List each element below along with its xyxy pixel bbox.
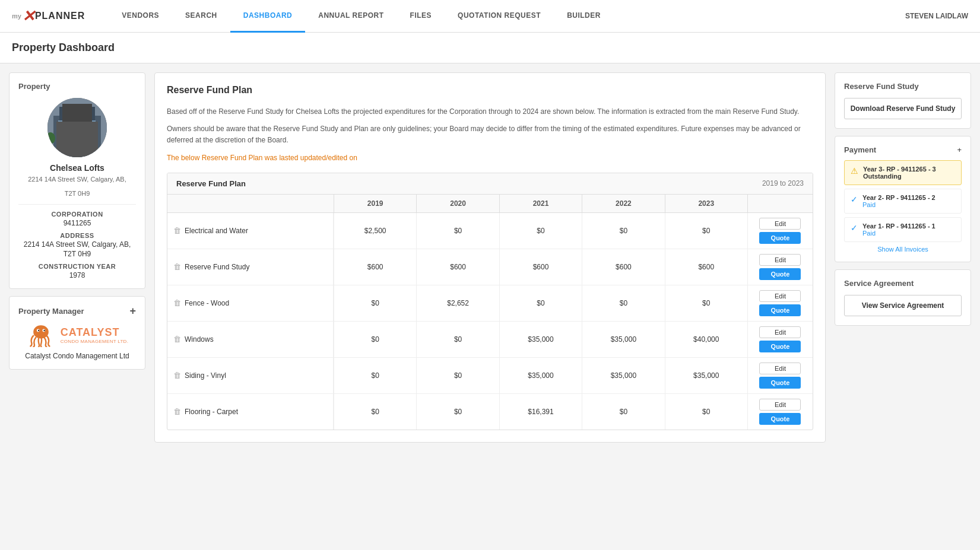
property-address-line1: 2214 14A Street SW, Calgary, AB, <box>18 176 136 183</box>
quote-button-1[interactable]: Quote <box>759 268 801 280</box>
pm-add-button[interactable]: + <box>129 306 136 316</box>
property-manager-card: Property Manager + <box>9 296 145 370</box>
property-address-line2: T2T 0H9 <box>18 190 136 197</box>
edit-button-2[interactable]: Edit <box>759 290 801 302</box>
svg-rect-10 <box>88 131 96 136</box>
svg-rect-11 <box>58 141 65 147</box>
svg-point-18 <box>33 325 49 338</box>
svg-rect-3 <box>58 120 65 126</box>
rfp-year-2020: 2020 <box>416 195 499 212</box>
rfp-val-3-3: $35,000 <box>582 322 664 357</box>
address-value-line1: 2214 14A Street SW, Calgary, AB, <box>18 240 136 249</box>
rfp-year-2023: 2023 <box>665 195 747 212</box>
rfp-val-5-3: $0 <box>582 394 664 430</box>
nav-search[interactable]: SEARCH <box>172 0 230 33</box>
rfp-val-1-3: $600 <box>582 249 664 285</box>
rfp-val-0-2: $0 <box>499 213 582 249</box>
quote-button-5[interactable]: Quote <box>759 413 801 425</box>
rfp-val-2-1: $2,652 <box>416 285 499 321</box>
payment-status-paid-1: Paid <box>862 230 876 237</box>
trash-icon-2[interactable]: 🗑 <box>173 298 181 307</box>
edit-button-5[interactable]: Edit <box>759 399 801 411</box>
rfp-val-3-0: $0 <box>334 322 416 357</box>
payment-id-outstanding: Year 3- RP - 9411265 - 3 <box>863 166 936 173</box>
trash-icon-1[interactable]: 🗑 <box>173 262 181 271</box>
sa-title: Service Agreement <box>844 279 962 288</box>
rfp-val-4-3: $35,000 <box>582 358 664 393</box>
rfp-val-0-1: $0 <box>416 213 499 249</box>
svg-rect-4 <box>68 120 75 126</box>
payment-id-paid-2: Year 2- RP - 9411265 - 2 <box>862 194 935 201</box>
logo[interactable]: my ✕ PLANNER <box>12 7 85 26</box>
property-card-header: Property <box>18 82 136 91</box>
pm-logo-wrap: CATALYST CONDO MANAGEMENT LTD. <box>18 323 136 347</box>
quote-button-2[interactable]: Quote <box>759 304 801 316</box>
nav-vendors[interactable]: VENDORS <box>109 0 172 33</box>
construction-year-label: CONSTRUCTION YEAR <box>18 263 136 270</box>
pm-section-label: Property Manager <box>18 307 84 316</box>
svg-rect-12 <box>68 141 75 147</box>
edit-button-3[interactable]: Edit <box>759 326 801 338</box>
trash-icon-4[interactable]: 🗑 <box>173 371 181 380</box>
rfp-table-header: Reserve Fund Plan 2019 to 2023 <box>167 173 813 195</box>
svg-rect-15 <box>71 147 83 157</box>
view-sa-button[interactable]: View Service Agreement <box>844 295 962 316</box>
logo-x-icon: ✕ <box>22 7 35 26</box>
show-all-invoices-link[interactable]: Show All Invoices <box>844 246 962 253</box>
address-label: ADDRESS <box>18 232 136 239</box>
rfp-year-2022: 2022 <box>582 195 664 212</box>
payment-id-paid-1: Year 1- RP - 9411265 - 1 <box>862 222 935 230</box>
rfp-action-cell-3: Edit Quote <box>747 322 813 357</box>
edit-button-4[interactable]: Edit <box>759 363 801 374</box>
quote-button-4[interactable]: Quote <box>759 377 801 389</box>
payment-text-paid-1: Year 1- RP - 9411265 - 1 Paid <box>862 222 935 237</box>
nav-dashboard[interactable]: DASHBOARD <box>230 0 306 33</box>
nav-quotation-request[interactable]: QUOTATION REQUEST <box>445 0 554 33</box>
rfp-actions-header <box>747 195 813 212</box>
rfp-item-name-5: 🗑 Flooring - Carpet <box>167 394 334 430</box>
rfp-item-name-4: 🗑 Siding - Vinyl <box>167 358 334 393</box>
payment-title: Payment <box>844 145 876 154</box>
rfp-year-2021: 2021 <box>499 195 582 212</box>
nav-files[interactable]: FILES <box>397 0 445 33</box>
svg-rect-5 <box>78 120 85 126</box>
nav-builder[interactable]: BUILDER <box>554 0 614 33</box>
table-row: 🗑 Reserve Fund Study $600$600$600$600$60… <box>167 249 813 285</box>
edit-button-0[interactable]: Edit <box>759 218 801 230</box>
rfp-val-0-0: $2,500 <box>334 213 416 249</box>
payment-status-paid-2: Paid <box>862 201 876 208</box>
svg-rect-1 <box>53 116 101 157</box>
rfp-val-1-4: $600 <box>665 249 747 285</box>
quote-button-3[interactable]: Quote <box>759 341 801 352</box>
rfp-item-label-4: Siding - Vinyl <box>185 371 226 380</box>
checkmark-icon-1: ✓ <box>851 195 858 204</box>
table-row: 🗑 Electrical and Water $2,500$0$0$0$0 Ed… <box>167 213 813 249</box>
download-rfs-button[interactable]: Download Reserve Fund Study <box>844 98 962 119</box>
rfp-action-cell-5: Edit Quote <box>747 394 813 430</box>
payment-text-paid-2: Year 2- RP - 9411265 - 2 Paid <box>862 194 935 208</box>
payment-item-paid-2: ✓ Year 2- RP - 9411265 - 2 Paid <box>844 189 962 214</box>
edit-button-1[interactable]: Edit <box>759 254 801 266</box>
logo-my: my <box>12 12 21 20</box>
nav-links: VENDORS SEARCH DASHBOARD ANNUAL REPORT F… <box>109 0 905 33</box>
trash-icon-0[interactable]: 🗑 <box>173 226 181 235</box>
trash-icon-5[interactable]: 🗑 <box>173 407 181 416</box>
trash-icon-3[interactable]: 🗑 <box>173 335 181 344</box>
rfp-item-label-5: Flooring - Carpet <box>185 408 238 416</box>
rfp-val-5-4: $0 <box>665 394 747 430</box>
svg-rect-9 <box>78 131 85 136</box>
rfp-val-5-1: $0 <box>416 394 499 430</box>
nav-annual-report[interactable]: ANNUAL REPORT <box>305 0 397 33</box>
rfp-action-cell-4: Edit Quote <box>747 358 813 393</box>
rfp-val-1-1: $600 <box>416 249 499 285</box>
pm-logo: CATALYST CONDO MANAGEMENT LTD. <box>26 323 128 347</box>
rfp-action-cell-0: Edit Quote <box>747 213 813 249</box>
rfp-item-label-0: Electrical and Water <box>185 227 248 235</box>
user-menu[interactable]: STEVEN LAIDLAW <box>905 12 968 20</box>
svg-rect-14 <box>88 141 96 147</box>
rfp-action-cell-1: Edit Quote <box>747 249 813 285</box>
rfp-item-name-1: 🗑 Reserve Fund Study <box>167 249 334 285</box>
payment-add-button[interactable]: + <box>957 145 962 154</box>
property-info: CORPORATION 9411265 ADDRESS 2214 14A Str… <box>18 211 136 279</box>
quote-button-0[interactable]: Quote <box>759 232 801 244</box>
